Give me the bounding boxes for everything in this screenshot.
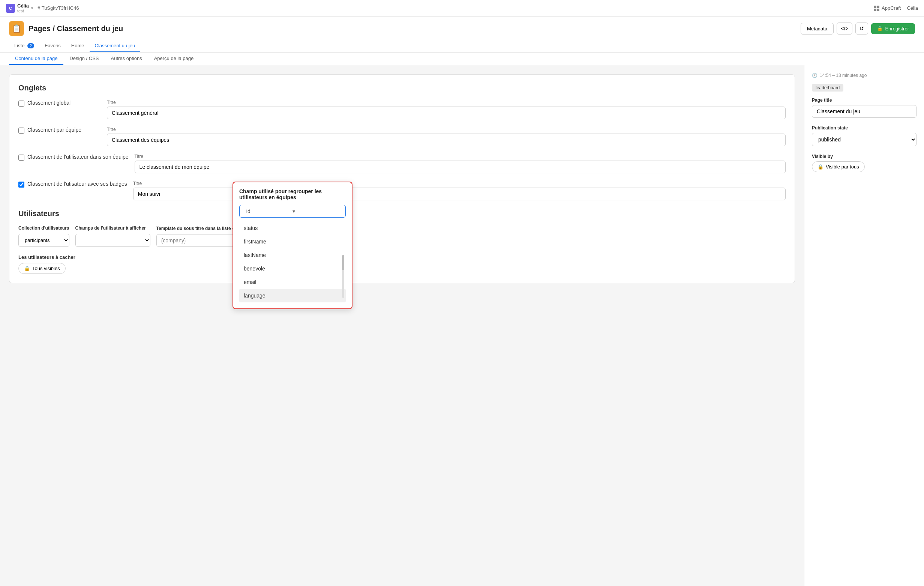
checkbox-classement-global[interactable] <box>18 101 25 106</box>
checkbox-classement-equipe[interactable] <box>18 127 25 134</box>
dropdown-item-lastname[interactable]: lastName <box>239 248 346 262</box>
sidebar-page-title-input[interactable] <box>812 105 916 118</box>
sidebar-lock-icon: 🔒 <box>817 164 823 170</box>
brand-grid-icon <box>874 6 879 11</box>
tab-liste[interactable]: Liste 2 <box>9 40 40 52</box>
tab-row-3: Classement de l'utilisateur dans son équ… <box>18 154 785 173</box>
utilisateurs-title: Utilisateurs <box>18 209 785 218</box>
champs-field: Champs de l'utilisateur à afficher <box>75 225 150 247</box>
sidebar-page-title-label: Page title <box>812 98 916 103</box>
tab-label-4: Classement de l'utisateur avec ses badge… <box>27 181 127 187</box>
sidebar-publication-label: Publication state <box>812 125 916 131</box>
tab-field-3: Titre <box>135 154 785 173</box>
sidebar-badge-label: leaderboard <box>812 84 843 91</box>
tab-row-2: Classement par équipe Titre <box>18 127 785 146</box>
tab-checkbox-3: Classement de l'utilisateur dans son équ… <box>18 154 129 161</box>
tab-autres-options[interactable]: Autres options <box>105 53 148 65</box>
workspace-name: Célia <box>17 3 29 8</box>
workspace-chevron-icon: ▾ <box>31 6 33 10</box>
tab-contenu-page[interactable]: Contenu de la page <box>9 53 63 65</box>
workspace-selector[interactable]: C Célia test ▾ <box>6 3 33 13</box>
tab-field-2: Titre <box>107 127 785 146</box>
metadata-button[interactable]: Metadata <box>800 23 833 35</box>
page-tabs-row: Liste 2 Favoris Home Classement du jeu <box>9 40 915 52</box>
page-title-row: 📋 Pages / Classement du jeu Metadata </>… <box>9 21 915 36</box>
tab-field-label-2: Titre <box>107 127 785 132</box>
tab-design-css[interactable]: Design / CSS <box>63 53 105 65</box>
dropdown-title: Champ utilisé pour regrouper les utilisa… <box>239 188 346 200</box>
checkbox-classement-utilisateur-equipe[interactable] <box>18 155 25 161</box>
dropdown-item-email[interactable]: email <box>239 275 346 289</box>
tab-field-label-3: Titre <box>135 154 785 159</box>
main-content: Onglets Classement global Titre Classeme… <box>0 65 804 586</box>
top-nav-right: AppCraft Célia <box>874 5 918 11</box>
dropdown-overlay: Champ utilisé pour regrouper les utilisa… <box>233 182 353 309</box>
workspace-sub: test <box>17 8 29 13</box>
main-layout: Onglets Classement global Titre Classeme… <box>0 65 924 586</box>
sidebar-page-title-section: Page title <box>812 98 916 118</box>
tab-row-1: Classement global Titre <box>18 100 785 119</box>
sidebar-time-text: 14:54 – 13 minutes ago <box>820 73 866 78</box>
tab-apercu-page[interactable]: Aperçu de la page <box>148 53 200 65</box>
sidebar-visible-btn-label: Visible par tous <box>826 164 859 170</box>
sidebar: 🕐 14:54 – 13 minutes ago leaderboard Pag… <box>804 65 924 586</box>
dropdown-list: status firstName lastName benevole email… <box>239 221 346 302</box>
dropdown-chevron-icon: ▾ <box>292 208 342 214</box>
champs-select[interactable] <box>75 234 150 247</box>
page-icon: 📋 <box>9 21 24 36</box>
tab-field-label-4: Titre <box>133 181 785 186</box>
sidebar-visible-section: Visible by 🔒 Visible par tous <box>812 154 916 172</box>
content-card: Onglets Classement global Titre Classeme… <box>9 74 795 283</box>
tab-classement-du-jeu[interactable]: Classement du jeu <box>90 40 140 52</box>
users-hide-label: Les utilisateurs à cacher <box>18 254 785 260</box>
tab-label-1: Classement global <box>27 100 71 106</box>
page-header-actions: Metadata </> ↺ Enregistrer <box>800 23 915 35</box>
workspace-icon: C <box>6 4 15 13</box>
workspace-info: Célia test <box>17 3 29 13</box>
page-header: 📋 Pages / Classement du jeu Metadata </>… <box>0 17 924 53</box>
top-nav: C Célia test ▾ # TuSgkvT3frHC46 AppCraft <box>0 0 924 17</box>
tab-row-4: Classement de l'utisateur avec ses badge… <box>18 181 785 200</box>
sidebar-publication-select[interactable]: published <box>812 133 916 146</box>
tab-field-1: Titre <box>107 100 785 119</box>
tab-home[interactable]: Home <box>66 40 90 52</box>
sidebar-badge: leaderboard <box>812 84 916 98</box>
code-button[interactable]: </> <box>837 23 852 35</box>
tous-visibles-label: Tous visibles <box>32 266 60 271</box>
tab-input-4[interactable] <box>133 187 785 200</box>
content-tabs-bar: Contenu de la page Design / CSS Autres o… <box>0 53 924 65</box>
tab-input-2[interactable] <box>107 134 785 146</box>
lock-icon: 🔒 <box>24 266 30 271</box>
onglets-title: Onglets <box>18 84 785 92</box>
dropdown-item-status[interactable]: status <box>239 221 346 235</box>
dropdown-item-firstname[interactable]: firstName <box>239 235 346 248</box>
tab-checkbox-4: Classement de l'utisateur avec ses badge… <box>18 181 127 187</box>
users-hide-section: Les utilisateurs à cacher 🔒 Tous visible… <box>18 254 785 274</box>
tab-checkbox-1: Classement global <box>18 100 101 106</box>
champs-label: Champs de l'utilisateur à afficher <box>75 225 150 231</box>
dropdown-scrollbar <box>342 255 344 298</box>
tab-label-3: Classement de l'utilisateur dans son équ… <box>27 154 129 160</box>
history-button[interactable]: ↺ <box>855 23 868 35</box>
tab-field-4: Titre <box>133 181 785 200</box>
tab-checkbox-2: Classement par équipe <box>18 127 101 134</box>
save-button[interactable]: Enregistrer <box>871 23 915 34</box>
dropdown-selected-row[interactable]: _id ▾ <box>239 205 346 218</box>
hash-id: # TuSgkvT3frHC46 <box>38 5 79 11</box>
sidebar-visible-label: Visible by <box>812 154 916 159</box>
collection-select[interactable]: participants <box>18 234 69 247</box>
tab-favoris[interactable]: Favoris <box>40 40 66 52</box>
dropdown-item-language[interactable]: language <box>239 289 346 302</box>
page-title-left: 📋 Pages / Classement du jeu <box>9 21 123 36</box>
tous-visibles-button[interactable]: 🔒 Tous visibles <box>18 263 66 274</box>
sidebar-visible-button[interactable]: 🔒 Visible par tous <box>812 161 865 172</box>
user-name: Célia <box>907 5 918 11</box>
tab-input-3[interactable] <box>135 161 785 173</box>
dropdown-item-benevole[interactable]: benevole <box>239 262 346 275</box>
tab-label-2: Classement par équipe <box>27 127 81 133</box>
collection-field: Collection d'utilisateurs participants <box>18 225 69 247</box>
tab-input-1[interactable] <box>107 106 785 119</box>
checkbox-classement-utilisateur-badges[interactable] <box>18 182 25 187</box>
dropdown-scrollbar-thumb <box>342 255 344 270</box>
collection-label: Collection d'utilisateurs <box>18 225 69 231</box>
